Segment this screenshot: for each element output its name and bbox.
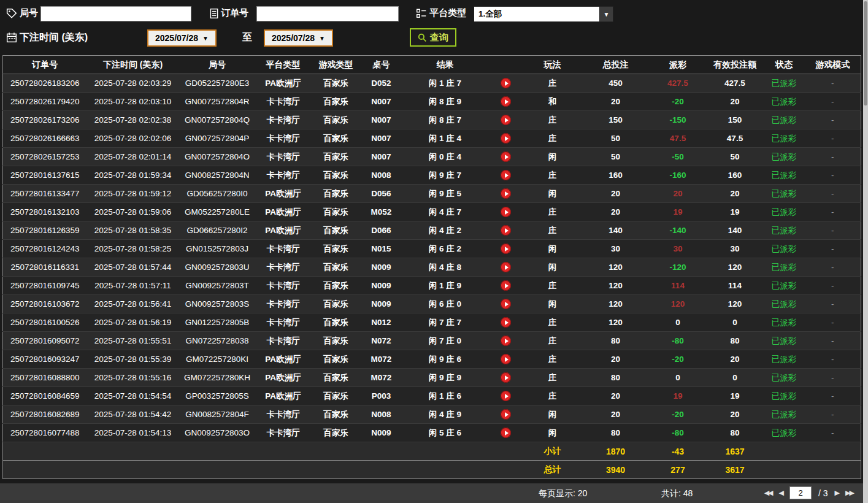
play-video-icon[interactable] [501, 354, 511, 364]
cell-game_type: 百家乐 [311, 74, 361, 93]
scrollbar-thumb[interactable] [864, 1, 867, 106]
cell-table_no: N015 [361, 240, 402, 258]
cell-game_type: 百家乐 [311, 405, 361, 424]
cell-play: 庄 [523, 129, 582, 148]
play-video-icon[interactable] [501, 317, 511, 328]
cell-mode: - [805, 387, 861, 405]
play-video-icon[interactable] [501, 409, 511, 420]
column-header: 有效投注额 [707, 56, 764, 74]
cell-valid_bet: 20 [707, 93, 764, 111]
chevron-down-icon: ▼ [599, 7, 613, 21]
query-button[interactable]: 查询 [410, 28, 456, 47]
cell-round_id: GN0092572803T [179, 277, 256, 295]
play-video-icon[interactable] [501, 207, 511, 217]
cell-play_icon [489, 185, 523, 203]
summary-label: 总计 [523, 461, 582, 479]
play-video-icon[interactable] [501, 299, 511, 309]
play-video-icon[interactable] [501, 225, 511, 236]
cell-table_no: N008 [361, 405, 402, 424]
play-video-icon[interactable] [501, 428, 511, 438]
cell-table_no: N007 [361, 129, 402, 148]
play-video-icon[interactable] [501, 336, 511, 346]
cell-total_bet: 450 [582, 74, 650, 93]
cell-platform: PA欧洲厅 [256, 203, 311, 221]
platform-select[interactable]: 1.全部 ▼ [474, 6, 613, 22]
cell-game_type: 百家乐 [311, 221, 361, 240]
cell-order_id: 250728016082689 [3, 405, 87, 424]
cell-bet_time: 2025-07-28 01:57:11 [87, 277, 179, 295]
cell-game_type: 百家乐 [311, 258, 361, 277]
cell-play: 庄 [523, 203, 582, 221]
cell-platform: 卡卡湾厅 [256, 240, 311, 258]
round-input[interactable] [40, 6, 191, 21]
cell-status: 已派彩 [764, 203, 805, 221]
calendar-icon [6, 32, 17, 43]
cell-table_no: D052 [361, 74, 402, 93]
table-row: 2507280160774882025-07-28 01:54:13GN0092… [3, 424, 861, 442]
last-page-icon[interactable]: ▶▶ [845, 489, 853, 497]
cell-bet_time: 2025-07-28 01:58:35 [87, 221, 179, 240]
cell-bet_time: 2025-07-28 01:59:34 [87, 166, 179, 185]
cell-valid_bet: 20 [707, 405, 764, 424]
cell-platform: 卡卡湾厅 [256, 129, 311, 148]
document-icon [209, 8, 220, 19]
cell-order_id: 250728016084659 [3, 387, 87, 405]
date-to-button[interactable]: 2025/07/28 ▼ [264, 29, 333, 47]
play-video-icon[interactable] [501, 96, 511, 107]
play-video-icon[interactable] [501, 115, 511, 125]
play-video-icon[interactable] [501, 152, 511, 162]
cell-platform: PA欧洲厅 [256, 185, 311, 203]
play-video-icon[interactable] [501, 391, 511, 401]
summary-valid-bet: 1637 [707, 442, 764, 461]
cell-table_no: N009 [361, 424, 402, 442]
cell-play: 闲 [523, 405, 582, 424]
cell-status: 已派彩 [764, 277, 805, 295]
cell-payout: -80 [650, 332, 707, 350]
first-page-icon[interactable]: ◀◀ [764, 489, 772, 497]
cell-play_icon [489, 221, 523, 240]
cell-payout: 0 [650, 313, 707, 332]
column-header: 下注时间 (美东) [87, 56, 179, 74]
play-video-icon[interactable] [501, 78, 511, 88]
play-video-icon[interactable] [501, 280, 511, 291]
page-number-input[interactable] [789, 486, 812, 499]
cell-payout: -80 [650, 424, 707, 442]
cell-total_bet: 20 [582, 203, 650, 221]
cell-result: 闲 9 庄 7 [402, 166, 489, 185]
cell-game_type: 百家乐 [311, 350, 361, 369]
cell-bet_time: 2025-07-28 01:58:25 [87, 240, 179, 258]
cell-status: 已派彩 [764, 148, 805, 166]
cell-table_no: N008 [361, 166, 402, 185]
play-video-icon[interactable] [501, 133, 511, 144]
next-page-icon[interactable]: ▶ [835, 489, 839, 497]
cell-mode: - [805, 240, 861, 258]
cell-result: 闲 6 庄 0 [402, 295, 489, 313]
date-from-button[interactable]: 2025/07/28 ▼ [147, 29, 217, 47]
cell-round_id: GN0072572804O [179, 148, 256, 166]
cell-result: 闲 8 庄 7 [402, 111, 489, 129]
play-video-icon[interactable] [501, 244, 511, 254]
cell-platform: PA欧洲厅 [256, 387, 311, 405]
cell-play: 闲 [523, 185, 582, 203]
table-row: 2507280160932472025-07-28 01:55:39GM0722… [3, 350, 861, 369]
cell-total_bet: 50 [582, 148, 650, 166]
scrollbar[interactable] [863, 0, 868, 503]
cell-mode: - [805, 74, 861, 93]
summary-mode-empty [805, 461, 861, 479]
cell-bet_time: 2025-07-28 02:02:06 [87, 129, 179, 148]
cell-order_id: 250728026157253 [3, 148, 87, 166]
cell-order_id: 250728016137615 [3, 166, 87, 185]
play-video-icon[interactable] [501, 170, 511, 180]
prev-page-icon[interactable]: ◀ [779, 489, 783, 497]
play-video-icon[interactable] [501, 372, 511, 383]
play-video-icon[interactable] [501, 262, 511, 272]
cell-mode: - [805, 405, 861, 424]
cell-mode: - [805, 203, 861, 221]
cell-total_bet: 120 [582, 295, 650, 313]
order-input[interactable] [256, 6, 399, 21]
cell-game_type: 百家乐 [311, 203, 361, 221]
play-video-icon[interactable] [501, 188, 511, 199]
cell-platform: 卡卡湾厅 [256, 313, 311, 332]
cell-payout: -120 [650, 258, 707, 277]
cell-payout: 427.5 [650, 74, 707, 93]
